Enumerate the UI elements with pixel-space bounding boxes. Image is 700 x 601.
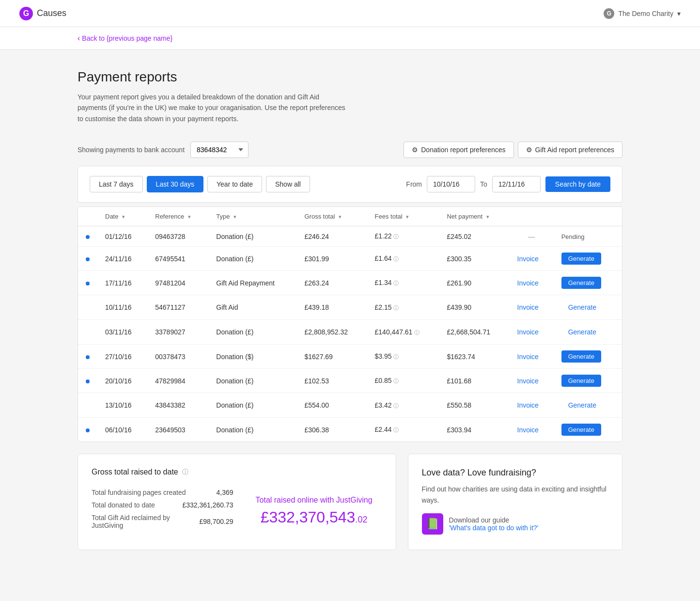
invoice-link[interactable]: Invoice <box>517 426 539 434</box>
row-reference: 67495541 <box>147 247 208 271</box>
row-invoice[interactable]: Invoice <box>510 295 554 320</box>
row-date: 17/11/16 <box>97 271 147 295</box>
row-generate[interactable]: Generate <box>554 271 622 295</box>
year-to-date-button[interactable]: Year to date <box>207 176 262 192</box>
reference-column-header[interactable]: Reference ▾ <box>147 207 208 226</box>
stat-donated-value: £332,361,260.73 <box>182 501 233 509</box>
bottom-cards: Gross total raised to date ⓘ Total fundr… <box>78 454 622 550</box>
row-invoice: — <box>510 226 554 247</box>
invoice-link[interactable]: Invoice <box>517 255 539 263</box>
row-invoice[interactable]: Invoice <box>510 320 554 345</box>
to-label: To <box>480 180 487 188</box>
date-to-input[interactable] <box>492 176 541 192</box>
from-label: From <box>406 180 422 188</box>
row-gross: £301.99 <box>296 247 367 271</box>
header: G Causes G The Demo Charity ▾ <box>0 0 700 27</box>
gross-total-column-header[interactable]: Gross total ▾ <box>296 207 367 226</box>
search-by-date-button[interactable]: Search by date <box>545 176 610 192</box>
stat-giftaid-label: Total Gift Aid reclaimed by JustGiving <box>92 514 199 529</box>
preference-buttons: ⚙ Donation report preferences ⚙ Gift Aid… <box>404 142 622 158</box>
row-gross: £246.24 <box>296 226 367 247</box>
last-30-days-button[interactable]: Last 30 days <box>147 176 203 192</box>
invoice-link[interactable]: Invoice <box>517 401 539 409</box>
gross-card-title: Gross total raised to date ⓘ <box>92 468 382 476</box>
date-column-header[interactable]: Date ▾ <box>97 207 147 226</box>
highlight-title: Total raised online with JustGiving <box>256 496 373 505</box>
generate-button[interactable]: Generate <box>561 350 601 363</box>
row-net: £550.58 <box>439 393 509 418</box>
guide-download-label: Download our guide <box>449 516 539 524</box>
date-from-input[interactable] <box>427 176 475 192</box>
row-generate[interactable]: Generate <box>554 393 622 418</box>
guide-text: Download our guide 'What's data got to d… <box>449 516 539 532</box>
net-payment-column-header[interactable]: Net payment ▾ <box>439 207 509 226</box>
row-generate[interactable]: Generate <box>554 418 622 442</box>
status-dot <box>86 257 90 261</box>
row-gross: £102.53 <box>296 369 367 393</box>
row-date: 03/11/16 <box>97 320 147 345</box>
row-invoice[interactable]: Invoice <box>510 345 554 369</box>
row-generate[interactable]: Generate <box>554 320 622 345</box>
show-all-button[interactable]: Show all <box>266 176 310 192</box>
row-invoice[interactable]: Invoice <box>510 418 554 442</box>
row-type: Donation (£) <box>208 320 296 345</box>
info-icon: ⓘ <box>393 256 399 262</box>
generate-button[interactable]: Generate <box>561 277 601 289</box>
row-date: 10/11/16 <box>97 295 147 320</box>
generate-link-button[interactable]: Generate <box>561 399 603 411</box>
row-generate[interactable]: Generate <box>554 345 622 369</box>
row-dot-cell <box>78 369 97 393</box>
row-dot-cell <box>78 418 97 442</box>
row-date: 20/10/16 <box>97 369 147 393</box>
generate-link-button[interactable]: Generate <box>561 301 603 314</box>
row-invoice[interactable]: Invoice <box>510 271 554 295</box>
row-dot-cell <box>78 320 97 345</box>
row-gross: £263.24 <box>296 271 367 295</box>
type-column-header[interactable]: Type ▾ <box>208 207 296 226</box>
row-type: Gift Aid <box>208 295 296 320</box>
generate-button[interactable]: Generate <box>561 424 601 436</box>
fees-total-column-header[interactable]: Fees total ▾ <box>367 207 439 226</box>
invoice-link[interactable]: Invoice <box>517 377 539 385</box>
row-invoice[interactable]: Invoice <box>510 369 554 393</box>
generate-link-button[interactable]: Generate <box>561 326 603 338</box>
payments-table: Date ▾ Reference ▾ Type ▾ Gross total ▾ … <box>78 207 622 442</box>
row-type: Gift Aid Repayment <box>208 271 296 295</box>
last-7-days-button[interactable]: Last 7 days <box>90 176 143 192</box>
row-generate[interactable]: Generate <box>554 295 622 320</box>
row-date: 27/10/16 <box>97 345 147 369</box>
generate-button[interactable]: Generate <box>561 375 601 387</box>
info-icon: ⓘ <box>393 378 399 384</box>
gift-aid-report-preferences-button[interactable]: ⚙ Gift Aid report preferences <box>518 142 622 158</box>
row-invoice[interactable]: Invoice <box>510 247 554 271</box>
generate-button[interactable]: Generate <box>561 253 601 265</box>
invoice-link[interactable]: Invoice <box>517 279 539 287</box>
table-header-row: Date ▾ Reference ▾ Type ▾ Gross total ▾ … <box>78 207 622 226</box>
controls-row: Showing payments to bank account 8364834… <box>78 142 622 158</box>
row-dot-cell <box>78 345 97 369</box>
row-invoice[interactable]: Invoice <box>510 393 554 418</box>
row-net: $1623.74 <box>439 345 509 369</box>
breadcrumb-back-link[interactable]: ‹ Back to {previous page name} <box>78 34 622 43</box>
status-dot <box>86 428 90 432</box>
donation-report-preferences-button[interactable]: ⚙ Donation report preferences <box>404 142 513 158</box>
invoice-link[interactable]: Invoice <box>517 303 539 311</box>
row-gross: £439.18 <box>296 295 367 320</box>
table-row: 13/10/1643843382Donation (£)£554.00£3.42… <box>78 393 622 418</box>
row-generate[interactable]: Generate <box>554 247 622 271</box>
guide-link[interactable]: 'What's data got to do with it?' <box>449 524 539 532</box>
row-generate[interactable]: Generate <box>554 369 622 393</box>
invoice-link[interactable]: Invoice <box>517 353 539 361</box>
row-reference: 43843382 <box>147 393 208 418</box>
highlight-amount: £332,370,543.02 <box>256 508 373 526</box>
row-gross: $1627.69 <box>296 345 367 369</box>
info-icon-gross: ⓘ <box>182 468 188 476</box>
account-menu[interactable]: G The Demo Charity ▾ <box>604 8 681 19</box>
invoice-link[interactable]: Invoice <box>517 328 539 336</box>
bank-selector-label: Showing payments to bank account <box>78 146 185 154</box>
row-type: Donation (£) <box>208 226 296 247</box>
breadcrumb-label: Back to {previous page name} <box>82 34 172 42</box>
bank-account-select[interactable]: 83648342 <box>190 142 249 158</box>
row-date: 06/10/16 <box>97 418 147 442</box>
table-row: 27/10/1600378473Donation ($)$1627.69$3.9… <box>78 345 622 369</box>
